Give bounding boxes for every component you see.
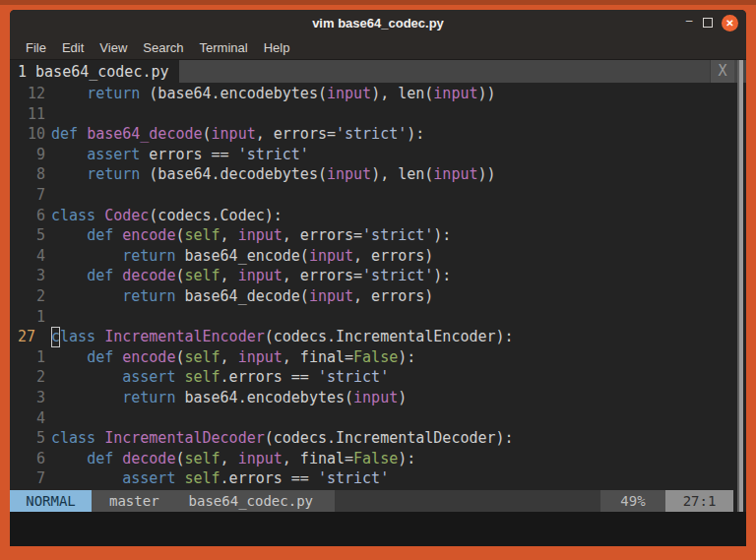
code-token-id xyxy=(51,145,87,165)
menu-item-help[interactable]: Help xyxy=(256,38,298,57)
tab-active-buffer[interactable]: 1 base64_codec.py xyxy=(10,60,179,83)
code-token-str: 'strict' xyxy=(318,468,389,489)
code-token-str: 'strict' xyxy=(238,145,309,165)
code-token-str: 'strict' xyxy=(362,266,433,286)
code-token-kw: return xyxy=(122,388,175,408)
code-token-id: ( xyxy=(175,225,184,246)
code-token-id: , xyxy=(220,225,238,246)
code-token-grn: False xyxy=(353,347,398,368)
code-token-fn: decode xyxy=(122,266,175,286)
line-number: 1 xyxy=(18,347,45,368)
code-token-id: ( xyxy=(203,124,212,145)
code-line[interactable]: 9 assert errors == 'strict' xyxy=(10,145,746,165)
code-token-id: base64.encodebytes( xyxy=(175,388,353,408)
menu-item-edit[interactable]: Edit xyxy=(54,38,92,57)
close-button[interactable]: ✕ xyxy=(722,15,738,31)
file-info-segment: master base64_codec.py xyxy=(92,490,335,512)
code-line[interactable]: 5class IncrementalDecoder(codecs.Increme… xyxy=(10,428,746,449)
code-line-current[interactable]: 27class IncrementalEncoder(codecs.Increm… xyxy=(10,327,746,347)
code-line[interactable]: 12 return (base64.encodebytes(input), le… xyxy=(10,84,746,104)
code-token-id: (codecs.Codec): xyxy=(149,206,282,226)
code-token-id xyxy=(95,428,104,449)
code-token-str: 'strict' xyxy=(318,367,389,388)
code-token-kw: def xyxy=(87,266,113,286)
minimize-button[interactable]: – xyxy=(684,18,694,28)
code-token-id: , xyxy=(220,449,238,469)
line-number: 4 xyxy=(18,246,45,267)
line-number: 6 xyxy=(18,449,45,469)
line-number: 3 xyxy=(18,388,45,408)
line-number: 5 xyxy=(18,225,45,246)
line-number: 9 xyxy=(18,145,45,165)
code-line[interactable]: 2 assert self.errors == 'strict' xyxy=(10,367,746,388)
code-token-kw: def xyxy=(87,347,113,368)
code-token-kw: class xyxy=(51,428,95,449)
code-token-id xyxy=(51,164,87,185)
scrollbar[interactable] xyxy=(737,60,743,512)
code-token-id: ): xyxy=(407,124,424,145)
code-line[interactable]: 8 return (base64.decodebytes(input), len… xyxy=(10,164,746,185)
code-token-kw: assert xyxy=(122,468,175,489)
code-line[interactable]: 11 xyxy=(10,104,746,125)
code-token-str: 'strict' xyxy=(336,124,407,145)
code-token-kw: assert xyxy=(87,145,140,165)
maximize-button[interactable] xyxy=(703,18,713,28)
code-token-id: (codecs.IncrementalEncoder): xyxy=(265,327,514,347)
line-number: 8 xyxy=(18,164,45,185)
menu-item-file[interactable]: File xyxy=(18,38,54,57)
code-line[interactable]: 1 def encode(self, input, final=False): xyxy=(10,347,746,368)
code-token-id: ), len( xyxy=(371,164,433,185)
line-number: 11 xyxy=(18,104,45,125)
git-branch-label: master xyxy=(109,490,159,512)
line-number: 2 xyxy=(18,367,45,388)
code-token-kw: lass xyxy=(60,327,95,347)
code-line[interactable]: 3 return base64.encodebytes(input) xyxy=(10,388,746,408)
tab-close-button[interactable]: X xyxy=(710,60,734,83)
code-line[interactable]: 3 def decode(self, input, errors='strict… xyxy=(10,266,746,286)
code-token-fn: input xyxy=(238,449,283,469)
code-token-id xyxy=(113,449,122,469)
code-area[interactable]: 12 return (base64.encodebytes(input), le… xyxy=(10,83,746,490)
code-token-id xyxy=(113,266,122,286)
code-line[interactable]: 10def base64_decode(input, errors='stric… xyxy=(10,124,746,145)
code-line[interactable]: 7 xyxy=(10,185,746,206)
code-token-fn: IncrementalEncoder xyxy=(104,327,265,347)
code-token-fn: input xyxy=(238,347,283,368)
code-line[interactable]: 7 assert self.errors == 'strict' xyxy=(10,468,746,489)
code-token-fn: decode xyxy=(122,449,175,469)
code-token-fn: input xyxy=(433,84,477,104)
code-line[interactable]: 5 def encode(self, input, errors='strict… xyxy=(10,225,746,246)
code-token-id xyxy=(51,286,122,307)
code-line[interactable]: 6class Codec(codecs.Codec): xyxy=(10,206,746,226)
code-token-kw: def xyxy=(87,449,113,469)
line-number: 1 xyxy=(18,307,45,328)
code-token-id xyxy=(51,225,87,246)
code-line[interactable]: 2 return base64_decode(input, errors) xyxy=(10,286,746,307)
code-token-id: , xyxy=(220,347,238,368)
code-token-id: ): xyxy=(433,225,451,246)
menu-item-search[interactable]: Search xyxy=(135,38,191,57)
menu-item-view[interactable]: View xyxy=(92,38,135,57)
code-token-id xyxy=(51,367,122,388)
line-number: 6 xyxy=(18,206,45,226)
line-number: 10 xyxy=(18,124,45,145)
code-token-id xyxy=(113,347,122,368)
code-token-id: (base64.encodebytes( xyxy=(140,84,327,104)
window-title: vim base64_codec.py xyxy=(312,16,444,31)
code-line[interactable]: 1 xyxy=(10,307,746,328)
code-token-id: .errors == xyxy=(220,367,318,388)
titlebar[interactable]: vim base64_codec.py – ✕ xyxy=(10,10,746,35)
code-token-id: , errors) xyxy=(353,246,433,267)
code-line[interactable]: 4 return base64_encode(input, errors) xyxy=(10,246,746,267)
code-line[interactable]: 6 def decode(self, input, final=False): xyxy=(10,449,746,469)
code-line[interactable]: 4 xyxy=(10,408,746,429)
code-token-id: ) xyxy=(398,388,407,408)
window-frame-top-edge xyxy=(0,0,756,5)
code-token-id xyxy=(78,124,87,145)
code-token-fn: input xyxy=(309,246,353,267)
code-token-fn: input xyxy=(353,388,398,408)
code-token-grn: self xyxy=(184,347,220,368)
filename-label: base64_codec.py xyxy=(189,490,313,512)
menu-item-terminal[interactable]: Terminal xyxy=(192,38,256,57)
menu-bar: File Edit View Search Terminal Help xyxy=(10,35,746,60)
